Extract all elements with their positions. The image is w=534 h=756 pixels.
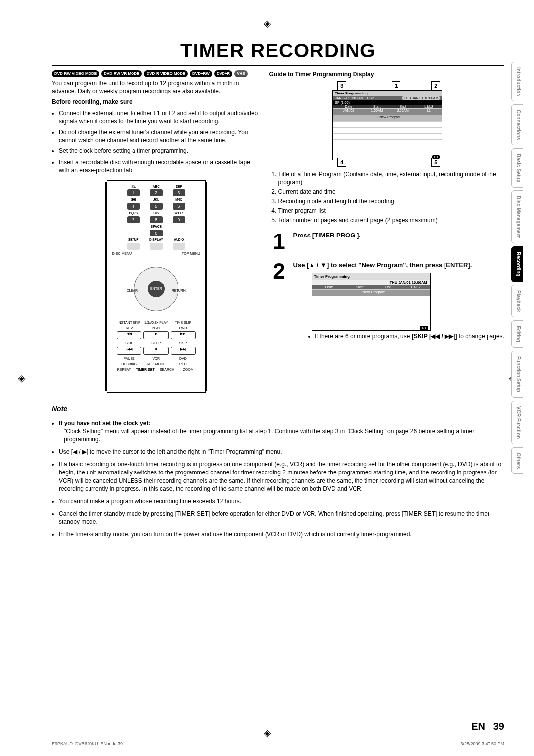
- badge-dvd-rw-vr: DVD-RW VR MODE: [101, 70, 142, 77]
- guide-heading: Guide to Timer Programming Display: [269, 70, 504, 78]
- badge-vhs: VHS: [234, 70, 247, 77]
- intro-text: You can program the unit to record up to…: [52, 79, 261, 95]
- note-item: In the timer-standby mode, you can turn …: [59, 530, 504, 539]
- remote-label: TIME SLIP: [171, 321, 196, 324]
- callout-2: 2: [431, 81, 440, 90]
- panel-program-title: JAN/ 2/09 1:00 AM L1 SP: [335, 96, 374, 100]
- remote-key: ◀◀: [117, 331, 142, 339]
- remote-key: ■: [143, 347, 169, 355]
- cell: JAN/02: [333, 109, 364, 115]
- text-bold: [SKIP |◀◀ / ▶▶|]: [412, 333, 457, 340]
- before-item: Set the clock before setting a timer pro…: [59, 147, 261, 155]
- remote-label: SKIP: [117, 341, 142, 345]
- col-date: Date: [312, 285, 346, 289]
- table-row-newprogram: New Program: [333, 115, 442, 121]
- print-timestamp: 3/25/2009 3:47:50 PM: [460, 741, 504, 746]
- remote-label: SETUP: [124, 238, 143, 241]
- registration-mark-left: ◈: [18, 372, 25, 384]
- remote-label: DVD: [171, 357, 196, 360]
- note-subtext: "Clock Setting" menu will appear instead…: [64, 427, 504, 444]
- remote-label: WXYZ: [170, 211, 188, 215]
- remote-label: FWD: [171, 326, 196, 330]
- col-end: End: [390, 105, 416, 108]
- remote-label: JKL: [147, 198, 166, 201]
- remote-label: PQRS: [124, 211, 143, 215]
- remote-key: [127, 243, 140, 250]
- guide-list: Title of a Timer Program (Contains date,…: [269, 170, 504, 224]
- remote-key: ▶: [143, 331, 169, 339]
- remote-label: REPEAT: [114, 368, 134, 371]
- step-number-2: 2: [269, 259, 289, 344]
- print-filename: E9PKAUD_DVR620KU_EN.indd 39: [52, 741, 123, 746]
- tab-connections: Connections: [511, 104, 523, 145]
- page-number: 39: [493, 721, 504, 732]
- note-subhead: If you have not set the clock yet:: [59, 420, 150, 426]
- note-item: If a basic recording or one-touch timer …: [59, 460, 504, 493]
- remote-label: .@/:: [124, 185, 143, 188]
- note-block: Note If you have not set the clock yet: …: [52, 405, 504, 539]
- col-start: Start: [364, 105, 390, 108]
- remote-label: MNO: [170, 198, 188, 201]
- new-program-label: New Program: [346, 290, 402, 296]
- remote-label: GHI: [124, 198, 143, 201]
- remote-key: [150, 243, 163, 250]
- badge-dvd-rw-video: DVD-RW VIDEO MODE: [52, 70, 99, 77]
- page-lang: EN: [471, 721, 485, 732]
- step-2-note: If there are 6 or more programs, use [SK…: [315, 332, 504, 340]
- remote-label: ABC: [147, 185, 166, 188]
- remote-key: 7: [127, 216, 140, 223]
- tab-editing: Editing: [511, 320, 523, 348]
- tab-recording: Recording: [511, 246, 523, 282]
- panel-recmode: SP (1:00): [335, 101, 349, 104]
- remote-label: PAUSE: [117, 357, 142, 360]
- remote-key: 1: [127, 189, 140, 196]
- step2-panel: Timer Programming THU JAN/01 10:00AM Dat…: [312, 273, 431, 331]
- remote-label: 1.3x/0.8x PLAY: [143, 321, 169, 324]
- tab-others: Others: [511, 447, 523, 474]
- remote-label: RETURN: [172, 289, 186, 292]
- table-row: JAN/02 1:00AM 2:00AM L1: [333, 108, 442, 115]
- tab-playback: Playback: [511, 285, 523, 317]
- remote-label: REC: [171, 362, 196, 366]
- remote-key: [173, 243, 185, 250]
- remote-label: PLAY: [143, 326, 169, 330]
- section-tabs: Introduction Connections Basic Setup Dis…: [511, 62, 523, 474]
- col-start: Start: [346, 285, 374, 289]
- tab-function-setup: Function Setup: [511, 351, 523, 398]
- format-badges: DVD-RW VIDEO MODE DVD-RW VR MODE DVD-R V…: [52, 70, 261, 77]
- tab-disc-management: Disc Management: [511, 190, 523, 243]
- step-2: 2 Use [▲ / ▼] to select "New Program", t…: [269, 259, 504, 344]
- step-1-text: Press [TIMER PROG.].: [293, 231, 361, 240]
- guide-item: Title of a Timer Program (Contains date,…: [278, 170, 504, 186]
- remote-key: 3: [173, 189, 185, 196]
- panel-title: Timer Programming: [312, 273, 430, 280]
- new-program-label: New Program: [364, 115, 416, 121]
- page-title: TIMER RECORDING: [52, 40, 504, 62]
- remote-key: 5: [150, 203, 163, 210]
- tab-introduction: Introduction: [511, 62, 523, 101]
- remote-label: SKIP: [171, 341, 196, 345]
- text: If there are 6 or more programs, use: [315, 333, 412, 340]
- callout-1: 1: [392, 81, 400, 90]
- title-rule: [52, 65, 504, 66]
- remote-key: 0: [150, 230, 163, 236]
- col-date: Date: [333, 105, 364, 108]
- text: to change pages.: [457, 333, 504, 340]
- remote-label: VCR: [143, 357, 169, 360]
- guide-item: Recording mode and length of the recordi…: [278, 197, 504, 205]
- remote-label: DISPLAY: [147, 238, 166, 241]
- cell: L1: [416, 109, 442, 115]
- remote-label: TOP MENU: [182, 252, 200, 255]
- remote-key: 2: [150, 189, 163, 196]
- badge-dvd-r-video: DVD-R VIDEO MODE: [144, 70, 188, 77]
- note-item: Cancel the timer-standby mode by pressin…: [59, 510, 504, 526]
- page-footer: EN 39: [52, 717, 504, 732]
- step-number-1: 1: [269, 229, 289, 254]
- remote-label: DUBBING: [117, 362, 142, 366]
- remote-label: STOP: [143, 341, 169, 345]
- remote-label: DISC MENU: [112, 252, 132, 255]
- before-item: Insert a recordable disc with enough rec…: [59, 158, 261, 174]
- step-2-text: Use [▲ / ▼] to select "New Program", the…: [293, 261, 504, 270]
- cell: 2:00AM: [390, 109, 416, 115]
- tab-basic-setup: Basic Setup: [511, 148, 523, 188]
